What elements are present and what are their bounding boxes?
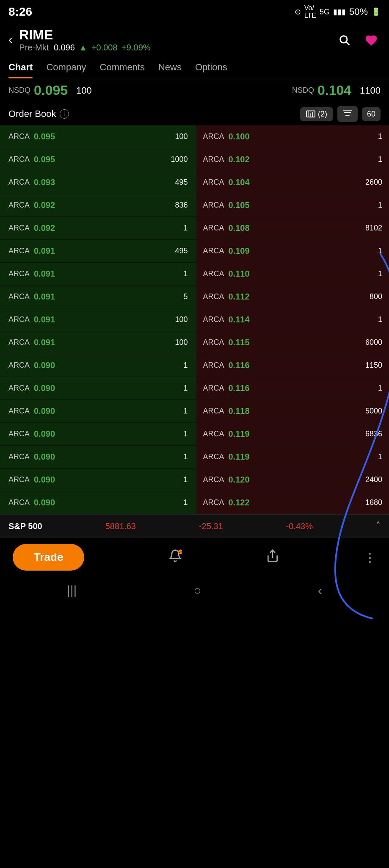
ask-exchange: NSDQ [292, 86, 314, 95]
bid-price: 0.090 [34, 452, 72, 462]
bid-size: 495 [72, 178, 188, 187]
premarket-pct: +9.09% [121, 43, 150, 52]
exchange-button[interactable]: (2) [300, 107, 333, 121]
table-row[interactable]: ARCA 0.091 100 ARCA 0.114 1 [0, 308, 389, 331]
ask-side: ARCA 0.100 1 [196, 125, 389, 148]
tab-news[interactable]: News [158, 58, 182, 78]
ask-side: ARCA 0.110 1 [196, 263, 389, 285]
ask-price: 0.109 [229, 246, 267, 256]
ask-price: 0.116 [229, 383, 267, 393]
favorite-button[interactable] [362, 31, 381, 49]
ask-side: ARCA 0.119 6836 [196, 423, 389, 445]
ask-size: 6836 [267, 430, 383, 438]
premarket-arrow: ▲ [79, 43, 88, 52]
ask-exchange: ARCA [203, 132, 229, 141]
table-row[interactable]: ARCA 0.093 495 ARCA 0.104 2600 [0, 171, 389, 194]
info-icon[interactable]: i [60, 109, 69, 119]
table-row[interactable]: ARCA 0.090 1 ARCA 0.120 2400 [0, 469, 389, 491]
ask-side: ARCA 0.122 1680 [196, 491, 389, 514]
status-time: 8:26 [8, 5, 32, 19]
table-row[interactable]: ARCA 0.091 5 ARCA 0.112 800 [0, 286, 389, 308]
ask-size: 6000 [267, 338, 383, 347]
tab-chart[interactable]: Chart [8, 58, 33, 78]
table-row[interactable]: ARCA 0.092 1 ARCA 0.108 8102 [0, 217, 389, 240]
sp500-price: 5881.63 [105, 521, 136, 531]
ask-size: 1 [267, 247, 383, 255]
ask-side: ARCA 0.114 1 [196, 308, 389, 331]
size-filter-button[interactable]: 60 [362, 107, 381, 121]
search-button[interactable] [335, 31, 353, 49]
ask-size: 2600 [267, 178, 383, 187]
bid-size: 1 [72, 224, 188, 233]
signal-icon: Vo/LTE [304, 4, 316, 19]
table-row[interactable]: ARCA 0.090 1 ARCA 0.119 6836 [0, 423, 389, 446]
ask-price: 0.122 [229, 498, 267, 507]
premarket-price: 0.096 [54, 43, 75, 52]
nav-home-icon[interactable]: ○ [193, 583, 201, 598]
table-row[interactable]: ARCA 0.095 1000 ARCA 0.102 1 [0, 148, 389, 171]
bid-size: 1000 [72, 155, 188, 164]
table-row[interactable]: ARCA 0.090 1 ARCA 0.118 5000 [0, 400, 389, 423]
trade-button[interactable]: Trade [13, 544, 84, 571]
nav-back-icon[interactable]: ‹ [318, 583, 322, 598]
premarket-change: +0.008 [91, 43, 118, 52]
bid-size: 1 [72, 475, 188, 484]
ask-price: 0.102 [229, 155, 267, 164]
table-row[interactable]: ARCA 0.090 1 ARCA 0.119 1 [0, 446, 389, 469]
bid-side: ARCA 0.092 1 [0, 217, 196, 239]
tab-comments[interactable]: Comments [100, 58, 145, 78]
sp500-banner[interactable]: S&P 500 5881.63 -25.31 -0.43% ˄ [0, 514, 389, 538]
sp500-pct: -0.43% [286, 521, 313, 531]
sp500-label: S&P 500 [8, 521, 42, 531]
ask-side: ARCA 0.120 2400 [196, 469, 389, 491]
table-row[interactable]: ARCA 0.092 836 ARCA 0.105 1 [0, 194, 389, 217]
wifi-icon: ⊙ [295, 7, 301, 17]
ask-price: 0.116 [229, 361, 267, 370]
nav-menu-icon[interactable]: ||| [67, 583, 77, 598]
tab-options[interactable]: Options [195, 58, 227, 78]
ask-quote: NSDQ 0.104 [292, 83, 351, 98]
back-button[interactable]: ‹ [8, 33, 12, 47]
bid-price: 0.090 [34, 475, 72, 485]
table-row[interactable]: ARCA 0.091 1 ARCA 0.110 1 [0, 263, 389, 286]
bid-price: 0.091 [34, 315, 72, 324]
ask-side: ARCA 0.115 6000 [196, 331, 389, 354]
more-icon[interactable]: ⋮ [364, 550, 376, 565]
table-row[interactable]: ARCA 0.090 1 ARCA 0.116 1150 [0, 354, 389, 377]
table-row[interactable]: ARCA 0.091 100 ARCA 0.115 6000 [0, 331, 389, 354]
ask-exchange: ARCA [203, 315, 229, 324]
bid-exchange: ARCA [8, 430, 34, 438]
orderbook-header: Order Book i (2) 60 [0, 103, 389, 125]
bid-exchange: ARCA [8, 315, 34, 324]
bid-side: ARCA 0.092 836 [0, 194, 196, 216]
table-row[interactable]: ARCA 0.095 100 ARCA 0.100 1 [0, 125, 389, 148]
bid-size: 495 [72, 247, 188, 255]
ask-price: 0.105 [229, 200, 267, 210]
ask-size: 1 [267, 155, 383, 164]
bid-side: ARCA 0.091 1 [0, 263, 196, 285]
bid-price: 0.093 [34, 177, 72, 187]
bid-side: ARCA 0.095 1000 [0, 148, 196, 171]
bid-side: ARCA 0.093 495 [0, 171, 196, 194]
filter-button[interactable] [337, 106, 358, 122]
sp500-change: -25.31 [199, 521, 223, 531]
table-row[interactable]: ARCA 0.091 495 ARCA 0.109 1 [0, 240, 389, 263]
bid-exchange: ARCA [8, 407, 34, 416]
ask-exchange: ARCA [203, 384, 229, 393]
ask-side: ARCA 0.109 1 [196, 240, 389, 262]
bid-side: ARCA 0.090 1 [0, 377, 196, 399]
bid-size: 1 [72, 452, 188, 461]
ask-exchange: ARCA [203, 475, 229, 484]
bid-side: ARCA 0.090 1 [0, 446, 196, 468]
header-left: ‹ RIME Pre-Mkt 0.096 ▲ +0.008 +9.09% [8, 27, 151, 53]
share-icon[interactable] [266, 549, 279, 566]
bid-price: 0.090 [34, 361, 72, 370]
table-row[interactable]: ARCA 0.090 1 ARCA 0.122 1680 [0, 491, 389, 514]
alert-icon[interactable] [168, 549, 182, 566]
bid-side: ARCA 0.090 1 [0, 491, 196, 514]
table-row[interactable]: ARCA 0.090 1 ARCA 0.116 1 [0, 377, 389, 400]
bid-price: 0.092 [34, 223, 72, 233]
ask-price: 0.119 [229, 429, 267, 439]
orderbook-table: ARCA 0.095 100 ARCA 0.100 1 ARCA 0.095 1… [0, 125, 389, 514]
tab-company[interactable]: Company [46, 58, 86, 78]
